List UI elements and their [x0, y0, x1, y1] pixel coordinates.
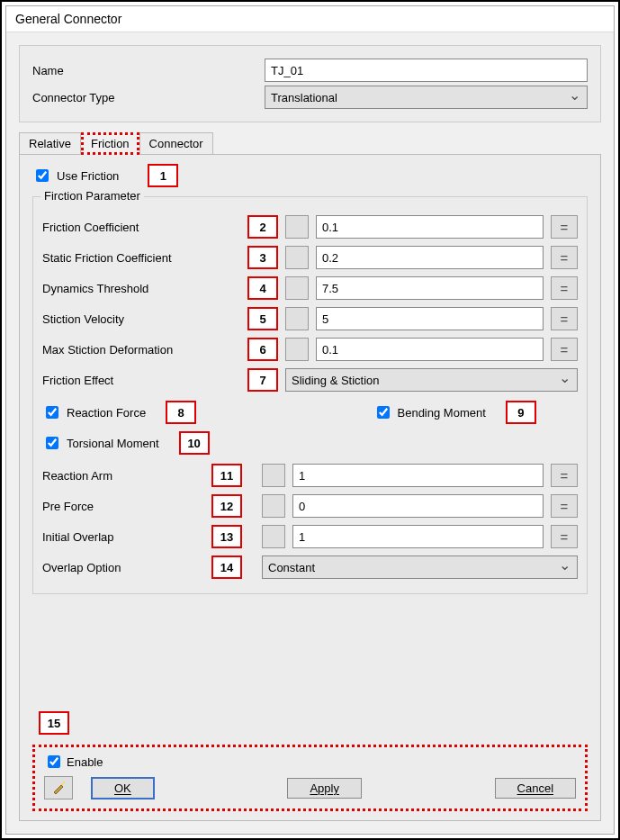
- friction-parameter-group: Firction Parameter Friction Coefficient …: [32, 196, 588, 594]
- dynamics-threshold-input[interactable]: [316, 276, 544, 300]
- callout-13: 13: [211, 525, 242, 548]
- connector-type-select[interactable]: [265, 86, 588, 109]
- callout-7: 7: [247, 368, 278, 392]
- window-title: General Connector: [6, 6, 614, 32]
- reaction-arm-label: Reaction Arm: [42, 469, 204, 483]
- callout-3: 3: [247, 246, 278, 269]
- apply-button[interactable]: Apply: [287, 778, 362, 799]
- stiction-velocity-label: Stiction Velocity: [42, 312, 240, 326]
- enable-label: Enable: [67, 755, 103, 769]
- tab-relative[interactable]: Relative: [19, 132, 81, 154]
- pre-force-input[interactable]: [292, 494, 544, 518]
- dialog-window: General Connector Name Connector Type Re…: [5, 5, 615, 835]
- enable-checkbox[interactable]: [48, 755, 60, 768]
- max-stiction-def-picker[interactable]: [285, 338, 309, 361]
- callout-14: 14: [211, 555, 242, 579]
- callout-4: 4: [247, 276, 278, 300]
- dynamics-threshold-picker[interactable]: [285, 276, 309, 300]
- callout-10: 10: [179, 431, 210, 455]
- callout-2: 2: [247, 215, 278, 239]
- equals-button[interactable]: =: [551, 276, 578, 300]
- tab-connector[interactable]: Connector: [139, 132, 213, 154]
- equals-button[interactable]: =: [551, 464, 578, 487]
- tab-friction[interactable]: Friction: [81, 132, 139, 155]
- callout-9: 9: [506, 401, 536, 424]
- svg-point-1: [63, 781, 65, 783]
- wand-icon: [51, 781, 66, 795]
- ok-button[interactable]: OK: [91, 777, 155, 799]
- equals-button[interactable]: =: [551, 494, 578, 518]
- equals-button[interactable]: =: [551, 525, 578, 548]
- friction-coeff-input[interactable]: [316, 215, 544, 239]
- equals-button[interactable]: =: [551, 215, 578, 239]
- friction-effect-select[interactable]: [285, 368, 578, 392]
- bending-moment-checkbox[interactable]: [377, 406, 390, 419]
- callout-15: 15: [39, 711, 69, 735]
- static-friction-coeff-label: Static Friction Coefficient: [42, 251, 240, 265]
- reaction-arm-picker[interactable]: [262, 464, 285, 487]
- reaction-force-checkbox[interactable]: [46, 406, 58, 419]
- torsional-moment-label: Torsional Moment: [67, 437, 159, 450]
- max-stiction-def-input[interactable]: [316, 338, 544, 361]
- tabs: Relative Friction Connector: [19, 131, 601, 155]
- friction-parameter-legend: Firction Parameter: [40, 189, 144, 203]
- reaction-force-label: Reaction Force: [67, 406, 146, 420]
- equals-button[interactable]: =: [551, 307, 578, 330]
- stiction-velocity-input[interactable]: [316, 307, 544, 330]
- pre-force-label: Pre Force: [42, 500, 204, 513]
- cancel-button[interactable]: Cancel: [495, 778, 576, 799]
- dynamics-threshold-label: Dynamics Threshold: [42, 282, 240, 295]
- bending-moment-label: Bending Moment: [398, 406, 486, 420]
- overlap-option-select[interactable]: [262, 555, 578, 579]
- stiction-velocity-picker[interactable]: [285, 307, 309, 330]
- friction-panel: Use Friction 1 Firction Parameter Fricti…: [19, 155, 601, 821]
- equals-button[interactable]: =: [551, 338, 578, 361]
- initial-overlap-input[interactable]: [292, 525, 544, 548]
- initial-overlap-label: Initial Overlap: [42, 530, 204, 544]
- overlap-option-label: Overlap Option: [42, 561, 204, 574]
- initial-overlap-picker[interactable]: [262, 525, 285, 548]
- friction-coeff-picker[interactable]: [285, 215, 309, 239]
- svg-point-0: [61, 783, 63, 785]
- callout-11: 11: [211, 464, 242, 487]
- friction-effect-label: Friction Effect: [42, 374, 240, 387]
- header-panel: Name Connector Type: [19, 45, 601, 122]
- callout-8: 8: [166, 401, 196, 424]
- max-stiction-def-label: Max Stiction Deformation: [42, 343, 240, 357]
- callout-12: 12: [211, 494, 242, 518]
- friction-coeff-label: Friction Coefficient: [42, 221, 240, 234]
- name-input[interactable]: [265, 59, 588, 82]
- callout-1: 1: [148, 164, 178, 187]
- use-friction-label: Use Friction: [57, 169, 119, 183]
- torsional-moment-checkbox[interactable]: [46, 437, 58, 449]
- static-friction-coeff-input[interactable]: [316, 246, 544, 269]
- callout-6: 6: [247, 338, 278, 361]
- footer-region: 15 Enable OK Apply Cancel: [32, 745, 588, 811]
- name-label: Name: [32, 64, 257, 77]
- equals-button[interactable]: =: [551, 246, 578, 269]
- static-friction-coeff-picker[interactable]: [285, 246, 309, 269]
- help-icon-button[interactable]: [44, 776, 73, 799]
- reaction-arm-input[interactable]: [292, 464, 544, 487]
- use-friction-checkbox[interactable]: [36, 169, 49, 182]
- callout-5: 5: [247, 307, 278, 330]
- connector-type-label: Connector Type: [32, 91, 257, 104]
- pre-force-picker[interactable]: [262, 494, 285, 518]
